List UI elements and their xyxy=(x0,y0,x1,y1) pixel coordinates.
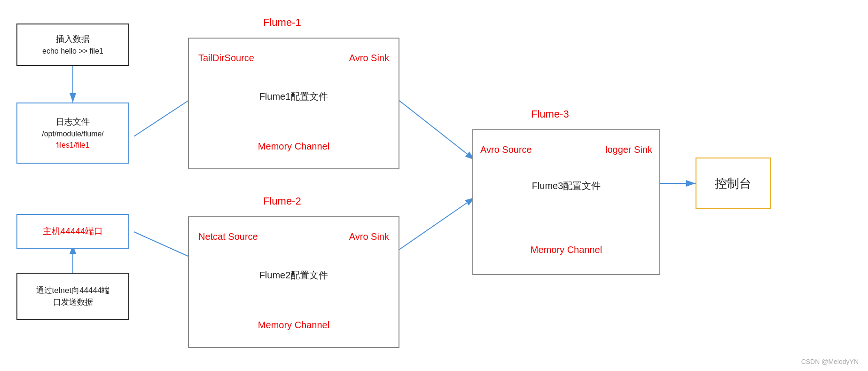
flume2-sink: Avro Sink xyxy=(349,231,389,242)
flume3-config: Flume3配置文件 xyxy=(532,180,601,192)
log-file-box: 日志文件 /opt/module/flume/ files1/file1 xyxy=(16,103,129,164)
telnet-line1: 通过telnet向44444端 xyxy=(36,284,110,297)
telnet-box: 通过telnet向44444端 口发送数据 xyxy=(16,273,129,320)
flume1-config: Flume1配置文件 xyxy=(259,90,328,103)
flume3-title: Flume-3 xyxy=(531,108,569,120)
diagram: 插入数据 echo hello >> file1 日志文件 /opt/modul… xyxy=(0,0,868,371)
host-port-label: 主机44444端口 xyxy=(43,225,103,238)
flume1-title: Flume-1 xyxy=(263,16,301,29)
flume2-title: Flume-2 xyxy=(263,195,301,207)
flume1-source: TailDirSource xyxy=(198,53,254,63)
flume1-box: TailDirSource Avro Sink Flume1配置文件 Memor… xyxy=(188,38,399,169)
insert-data-line1: 插入数据 xyxy=(56,33,90,46)
insert-data-box: 插入数据 echo hello >> file1 xyxy=(16,24,129,66)
console-box: 控制台 xyxy=(696,158,771,209)
log-file-line2: /opt/module/flume/ xyxy=(42,128,104,140)
flume3-box: Avro Source logger Sink Flume3配置文件 Memor… xyxy=(472,129,660,275)
flume1-channel: Memory Channel xyxy=(258,141,329,152)
watermark: CSDN @MelodyYN xyxy=(801,358,859,365)
flume2-source: Netcat Source xyxy=(198,231,258,242)
flume2-box: Netcat Source Avro Sink Flume2配置文件 Memor… xyxy=(188,216,399,348)
telnet-line2: 口发送数据 xyxy=(53,296,93,308)
log-file-line1: 日志文件 xyxy=(56,116,90,128)
flume3-sink: logger Sink xyxy=(605,144,652,155)
flume2-channel: Memory Channel xyxy=(258,320,329,331)
flume3-source: Avro Source xyxy=(480,144,532,155)
flume2-config: Flume2配置文件 xyxy=(259,269,328,282)
host-port-box: 主机44444端口 xyxy=(16,214,129,249)
insert-data-line2: echo hello >> file1 xyxy=(42,46,103,57)
flume3-channel: Memory Channel xyxy=(531,245,602,255)
flume1-sink: Avro Sink xyxy=(349,53,389,63)
log-file-line3: files1/file1 xyxy=(56,140,89,151)
console-label: 控制台 xyxy=(715,174,751,193)
